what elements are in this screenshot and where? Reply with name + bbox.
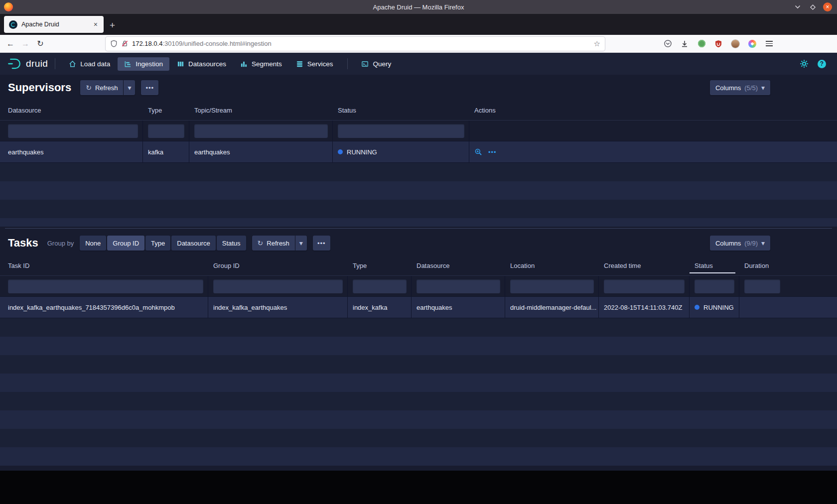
datasources-icon: [177, 60, 184, 68]
supervisor-type-cell: kafka: [143, 141, 189, 162]
help-icon[interactable]: ?: [818, 60, 826, 68]
url-text[interactable]: 172.18.0.4:30109/unified-console.html#in…: [132, 40, 272, 47]
avatar[interactable]: [730, 39, 740, 49]
download-icon[interactable]: [680, 39, 690, 49]
empty-row: [0, 410, 837, 429]
new-tab-button[interactable]: +: [110, 20, 115, 30]
refresh-icon: ↻: [86, 84, 92, 91]
column-header-group-id[interactable]: Group ID: [208, 256, 348, 275]
nav-item-load-data[interactable]: Load data: [62, 57, 117, 71]
tasks-refresh-button[interactable]: ↻ Refresh: [252, 236, 295, 251]
bookmark-star-icon[interactable]: ☆: [594, 39, 600, 48]
columns-count: (5/5): [744, 84, 758, 92]
extension-green-icon[interactable]: [697, 39, 706, 49]
pocket-icon[interactable]: [663, 39, 673, 49]
inspect-magnifier-icon[interactable]: [474, 148, 482, 156]
tab-close-icon[interactable]: ×: [93, 20, 99, 28]
supervisor-filter-status[interactable]: [338, 124, 464, 138]
supervisors-more-button[interactable]: •••: [141, 80, 158, 95]
url-bar[interactable]: 172.18.0.4:30109/unified-console.html#in…: [106, 37, 605, 51]
window-maximize-button[interactable]: [808, 2, 817, 11]
caret-down-icon: ▾: [761, 84, 765, 91]
nav-label: Services: [307, 60, 333, 68]
druid-brand[interactable]: druid: [7, 57, 48, 70]
supervisors-section: Supervisors ↻ Refresh ▾ ••• Columns (5/5…: [0, 75, 837, 227]
insecure-lock-icon[interactable]: [121, 40, 129, 47]
task-filter-location[interactable]: [510, 279, 594, 293]
services-icon: [296, 60, 303, 68]
column-header-task-id[interactable]: Task ID: [0, 256, 208, 275]
column-header-created-time[interactable]: Created time: [599, 256, 690, 275]
back-button[interactable]: ←: [3, 37, 18, 51]
column-header-type[interactable]: Type: [348, 256, 412, 275]
nav-item-query[interactable]: Query: [355, 57, 398, 71]
refresh-icon: ↻: [258, 240, 264, 247]
task-filter-status[interactable]: [695, 279, 734, 293]
row-more-actions-icon[interactable]: •••: [488, 148, 497, 156]
nav-item-services[interactable]: Services: [289, 57, 340, 71]
supervisors-refresh-button[interactable]: ↻ Refresh: [80, 80, 123, 95]
browser-toolbar: ← → ↻ 172.18.0.4:30109/unified-console.h…: [0, 35, 837, 53]
settings-gear-icon[interactable]: [800, 59, 809, 68]
column-header-status[interactable]: Status: [690, 256, 739, 275]
task-id-cell: index_kafka_earthquakes_7184357396d6c0a_…: [0, 297, 208, 318]
ingestion-icon: [124, 60, 132, 68]
column-header-status[interactable]: Status: [333, 101, 469, 120]
empty-row: [0, 318, 837, 337]
task-filter-task-id[interactable]: [8, 279, 203, 293]
empty-row: [0, 218, 837, 227]
task-duration-cell: [739, 297, 837, 318]
supervisor-datasource-cell: earthquakes: [0, 141, 143, 162]
supervisors-refresh-split-button: ↻ Refresh ▾: [80, 80, 135, 95]
group-by-datasource-button[interactable]: Datasource: [171, 236, 215, 251]
supervisor-row[interactable]: earthquakes kafka earthquakes RUNNING ••…: [0, 141, 837, 163]
group-by-type-button[interactable]: Type: [145, 236, 170, 251]
nav-item-ingestion[interactable]: Ingestion: [118, 57, 169, 71]
supervisor-filter-type[interactable]: [148, 124, 184, 138]
supervisors-refresh-caret-button[interactable]: ▾: [124, 80, 135, 95]
task-filter-datasource[interactable]: [417, 279, 500, 293]
reload-button[interactable]: ↻: [33, 37, 48, 51]
column-header-datasource[interactable]: Datasource: [412, 256, 505, 275]
tasks-columns-button[interactable]: Columns (9/9) ▾: [710, 236, 770, 251]
task-location-cell: druid-middlemanager-defaul...: [505, 297, 599, 318]
column-header-type[interactable]: Type: [143, 101, 189, 120]
browser-tab[interactable]: Apache Druid ×: [4, 16, 104, 33]
group-by-status-button[interactable]: Status: [217, 236, 246, 251]
tracking-shield-icon[interactable]: [110, 40, 118, 47]
supervisor-filter-datasource[interactable]: [8, 124, 138, 138]
window-minimize-button[interactable]: [793, 2, 802, 11]
group-by-group-id-button[interactable]: Group ID: [107, 236, 144, 251]
supervisors-columns-button[interactable]: Columns (5/5) ▾: [710, 80, 770, 95]
caret-down-icon: ▾: [128, 84, 131, 91]
empty-row: [0, 392, 837, 410]
ublock-icon[interactable]: [713, 39, 723, 49]
section-divider: [5, 228, 832, 229]
tasks-refresh-caret-button[interactable]: ▾: [295, 236, 307, 251]
column-header-location[interactable]: Location: [505, 256, 599, 275]
empty-row: [0, 163, 837, 181]
column-header-duration[interactable]: Duration: [739, 256, 837, 275]
supervisor-actions-cell: •••: [469, 141, 837, 162]
tab-title: Apache Druid: [21, 21, 93, 28]
task-filter-created-time[interactable]: [604, 279, 685, 293]
group-by-none-button[interactable]: None: [80, 236, 106, 251]
group-by-button-group: None Group ID Type Datasource Status: [80, 236, 246, 251]
supervisor-filter-topic-stream[interactable]: [194, 124, 328, 138]
extension-pinwheel-icon[interactable]: [747, 39, 757, 49]
column-header-datasource[interactable]: Datasource: [0, 101, 143, 120]
status-label: RUNNING: [703, 304, 734, 311]
url-host: 172.18.0.4: [132, 40, 162, 47]
nav-item-segments[interactable]: Segments: [234, 57, 288, 71]
nav-item-datasources[interactable]: Datasources: [170, 57, 233, 71]
column-header-topic-stream[interactable]: Topic/Stream: [189, 101, 333, 120]
task-row[interactable]: index_kafka_earthquakes_7184357396d6c0a_…: [0, 297, 837, 318]
forward-button: →: [18, 37, 33, 51]
tasks-table-header: Task ID Group ID Type Datasource Locatio…: [0, 256, 837, 276]
menu-button[interactable]: [764, 39, 774, 49]
tasks-more-button[interactable]: •••: [313, 236, 330, 251]
window-close-button[interactable]: ×: [823, 2, 832, 11]
task-filter-type[interactable]: [353, 279, 407, 293]
task-filter-group-id[interactable]: [213, 279, 343, 293]
task-filter-duration[interactable]: [744, 279, 780, 293]
